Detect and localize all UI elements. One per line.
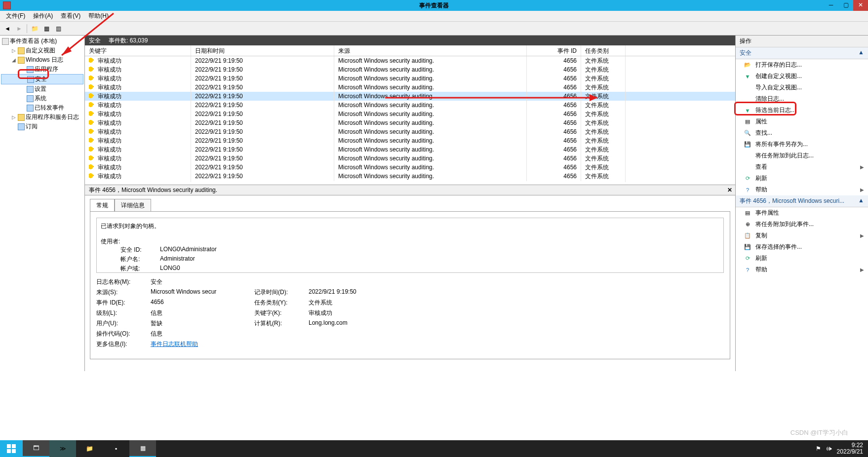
- search-icon: 🔍: [744, 129, 751, 137]
- start-button[interactable]: [0, 440, 23, 457]
- expand-icon[interactable]: ▷: [11, 48, 17, 53]
- clear-icon: [744, 95, 751, 103]
- tree-security[interactable]: 安全: [1, 74, 83, 84]
- tree-application[interactable]: 应用程序: [1, 65, 83, 74]
- cell-eventid: 4656: [527, 65, 581, 75]
- action-open-saved-log[interactable]: 📂打开保存的日志...: [736, 59, 868, 71]
- col-eventid[interactable]: 事件 ID: [527, 45, 581, 56]
- logged-label: 记录时间(D):: [254, 288, 304, 297]
- action-view[interactable]: 查看▶: [736, 161, 868, 173]
- key-icon: [89, 147, 96, 152]
- collapse-icon[interactable]: ▲: [858, 197, 864, 205]
- window-controls: ─ ▢ ✕: [824, 0, 868, 11]
- svg-rect-7: [12, 449, 16, 453]
- forward-button[interactable]: ►: [14, 23, 25, 34]
- col-keywords[interactable]: 关键字: [85, 45, 191, 56]
- action-refresh[interactable]: ⟳刷新: [736, 173, 868, 184]
- tab-details[interactable]: 详细信息: [115, 199, 151, 212]
- cell-date: 2022/9/21 9:19:50: [191, 74, 334, 83]
- action-attach-task-log[interactable]: 将任务附加到此日志...: [736, 150, 868, 161]
- cell-eventid: 4656: [527, 118, 581, 128]
- pane-button-1[interactable]: ▦: [41, 23, 52, 34]
- collapse-icon[interactable]: ▲: [858, 49, 864, 57]
- taskbar: 🗔 ≫ 📁 ▪ ▦ ⚑ 🕪 9:22 2022/9/21: [0, 440, 868, 457]
- tree-system[interactable]: 系统: [1, 94, 83, 103]
- details-properties: 日志名称(M): 安全 来源(S): Microsoft Windows sec…: [96, 278, 724, 348]
- tray-speaker-icon[interactable]: 🕪: [826, 445, 832, 452]
- action-filter-current-log[interactable]: ▼筛选当前日志...: [736, 105, 868, 116]
- svg-rect-5: [12, 444, 16, 448]
- details-header: 事件 4656，Microsoft Windows security audit…: [85, 185, 735, 195]
- minimize-button[interactable]: ─: [824, 0, 838, 11]
- tree-app-services[interactable]: ▷ 应用程序和服务日志: [1, 113, 83, 122]
- show-tree-button[interactable]: 📁: [29, 23, 40, 34]
- actions-title: 操作: [736, 36, 868, 47]
- event-list[interactable]: 审核成功2022/9/21 9:19:50Microsoft Windows s…: [85, 56, 735, 185]
- action-clear-log[interactable]: 清除日志...: [736, 93, 868, 105]
- action-create-custom-view[interactable]: ▼创建自定义视图...: [736, 71, 868, 82]
- user-value: 暂缺: [151, 319, 249, 328]
- action-attach-task-event[interactable]: ⊕将任务附加到此事件...: [736, 219, 868, 230]
- tray-flag-icon[interactable]: ⚑: [816, 445, 821, 452]
- action-import-custom-view[interactable]: 导入自定义视图...: [736, 82, 868, 93]
- tree-windows-logs[interactable]: ◢ Windows 日志: [1, 55, 83, 65]
- event-count: 事件数: 63,039: [109, 37, 148, 45]
- taskbar-explorer[interactable]: 📁: [76, 440, 103, 457]
- col-date[interactable]: 日期和时间: [191, 45, 334, 56]
- action-find[interactable]: 🔍查找...: [736, 127, 868, 139]
- tree-subscriptions[interactable]: 订阅: [1, 122, 83, 131]
- list-header-bar: 安全 事件数: 63,039: [85, 36, 735, 45]
- close-details-button[interactable]: ✕: [727, 187, 732, 193]
- menu-view[interactable]: 查看(V): [57, 11, 84, 21]
- cell-keywords: 审核成功: [98, 66, 121, 73]
- taskbar-server-manager[interactable]: 🗔: [23, 440, 49, 457]
- col-taskcategory[interactable]: 任务类别: [581, 45, 626, 56]
- tree-forwarded[interactable]: 已转发事件: [1, 103, 83, 113]
- tree-custom-views[interactable]: ▷ 自定义视图: [1, 46, 83, 55]
- action-event-properties[interactable]: ▤事件属性: [736, 207, 868, 219]
- opcode-value: 信息: [151, 330, 397, 338]
- properties-icon: ▤: [744, 209, 751, 217]
- action-save-all-events[interactable]: 💾将所有事件另存为...: [736, 139, 868, 150]
- tree-label: 安全: [35, 75, 47, 83]
- list-columns: 关键字 日期和时间 来源 事件 ID 任务类别: [85, 45, 735, 56]
- pane-button-2[interactable]: ▥: [53, 23, 64, 34]
- details-description[interactable]: 已请求到对象的句柄。 使用者: 安全 ID: LONG0\Administrat…: [96, 218, 724, 273]
- back-button[interactable]: ◄: [2, 23, 13, 34]
- folder-icon: [18, 57, 25, 64]
- cell-date: 2022/9/21 9:19:50: [191, 91, 334, 101]
- maximize-button[interactable]: ▢: [838, 0, 853, 11]
- cell-eventid: 4656: [527, 127, 581, 137]
- menu-help[interactable]: 帮助(H): [84, 11, 113, 21]
- tray-clock[interactable]: 9:22 2022/9/21: [837, 442, 863, 455]
- event-row[interactable]: 审核成功2022/9/21 9:19:50Microsoft Windows s…: [85, 172, 735, 181]
- action-copy[interactable]: 📋复制▶: [736, 230, 868, 241]
- collapse-icon[interactable]: ◢: [11, 57, 17, 63]
- tab-general[interactable]: 常规: [90, 199, 115, 212]
- cell-source: Microsoft Windows security auditing.: [334, 74, 527, 83]
- menu-file[interactable]: 文件(F): [2, 11, 29, 21]
- menu-action[interactable]: 操作(A): [29, 11, 57, 21]
- action-help-event[interactable]: ?帮助▶: [736, 264, 868, 275]
- col-source[interactable]: 来源: [334, 45, 527, 56]
- taskbar-cmd[interactable]: ▪: [103, 440, 129, 457]
- tree-root[interactable]: 事件查看器 (本地): [1, 37, 83, 46]
- close-button[interactable]: ✕: [853, 0, 868, 11]
- desc-user-label: 使用者:: [101, 237, 719, 246]
- action-help[interactable]: ?帮助▶: [736, 184, 868, 195]
- tree-label: 自定义视图: [26, 46, 55, 55]
- expand-icon[interactable]: ▷: [11, 114, 17, 120]
- actions-section-security: 安全▲: [736, 47, 868, 59]
- tree-label: 应用程序: [35, 65, 58, 74]
- cell-keywords: 审核成功: [98, 93, 121, 100]
- taskbar-eventviewer[interactable]: ▦: [129, 440, 156, 457]
- copy-icon: 📋: [744, 232, 751, 240]
- action-refresh-event[interactable]: ⟳刷新: [736, 253, 868, 264]
- taskbar-powershell[interactable]: ≫: [49, 440, 76, 457]
- moreinfo-link[interactable]: 事件日志联机帮助: [151, 340, 397, 348]
- action-properties[interactable]: ▤属性: [736, 116, 868, 127]
- action-save-selected[interactable]: 💾保存选择的事件...: [736, 241, 868, 253]
- help-icon: ?: [744, 186, 751, 194]
- tree-setup[interactable]: 设置: [1, 84, 83, 94]
- log-icon: [27, 95, 34, 102]
